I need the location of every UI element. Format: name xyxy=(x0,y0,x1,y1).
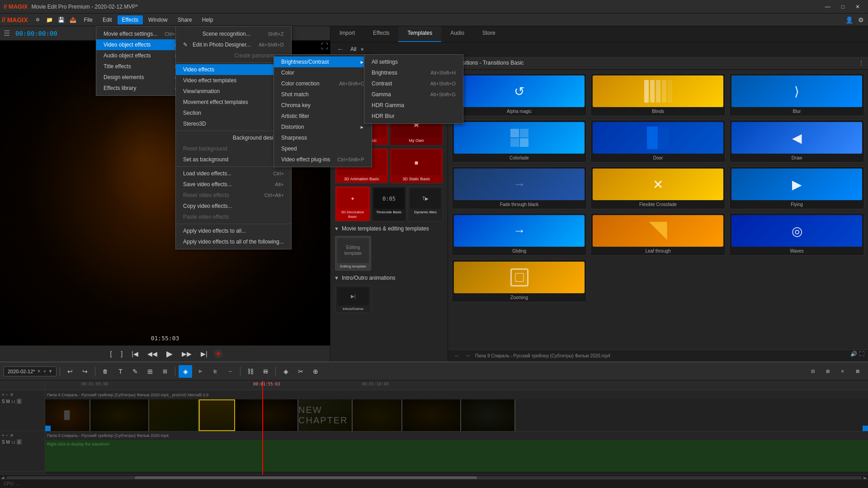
ve-artistic-filter[interactable]: Artistic filter xyxy=(274,111,372,122)
hamburger-icon[interactable]: ☰ xyxy=(4,29,10,38)
clip-9[interactable] xyxy=(461,399,515,431)
edit-btn[interactable]: ✎ xyxy=(128,365,142,378)
ve-shot-match[interactable]: Shot match xyxy=(274,89,372,100)
maximize-button[interactable]: □ xyxy=(837,3,849,11)
track1-clips[interactable]: ▉ NEW CHAPTER xyxy=(45,399,868,431)
mark-in-btn[interactable]: [ xyxy=(107,348,114,359)
grid-item-flexible-crossfade[interactable]: ✕ Flexible Crossfade xyxy=(590,166,726,209)
grid-settings-icon[interactable]: ⋮ xyxy=(858,59,864,66)
toolbar-icon-account[interactable]: ⚙ xyxy=(855,14,866,25)
project-tab-dropdown[interactable]: ▼ xyxy=(48,369,53,374)
ve-sharpness[interactable]: Sharpness xyxy=(274,132,372,143)
menu-window[interactable]: Window xyxy=(144,15,172,24)
grid-item-gliding[interactable]: → Gliding xyxy=(452,213,587,256)
record-btn[interactable]: ⏺ xyxy=(214,349,223,358)
close-button[interactable]: ✕ xyxy=(851,3,864,11)
cat-3d-static-basic[interactable]: ■ 3D Static Basic xyxy=(390,148,443,184)
preview-expand-btn[interactable]: ⛶ xyxy=(321,42,328,51)
grid-btn[interactable]: ⊞ xyxy=(143,365,157,378)
ve-color-correction[interactable]: Color correction Alt+Shift+C xyxy=(274,78,372,89)
track-view-3-btn[interactable]: ≡ xyxy=(836,365,849,378)
section-intro-outro-header[interactable]: ▼ Intro/Outro animations xyxy=(332,272,446,284)
effects-menu-title[interactable]: Title effects ► xyxy=(96,61,186,72)
voe-copy-video-effects[interactable]: Copy video effects... xyxy=(176,201,291,211)
grid-item-blinds[interactable]: Blinds xyxy=(590,73,726,116)
menu-share[interactable]: Share xyxy=(173,15,197,24)
br-hdr-gamma[interactable]: HDR Gamma xyxy=(364,100,463,111)
insert-btn[interactable]: ⊕ xyxy=(309,365,322,378)
tab-store[interactable]: Store xyxy=(473,26,505,42)
br-all-settings[interactable]: All settings xyxy=(364,56,463,67)
nav-back-bottom[interactable]: ← xyxy=(452,352,462,360)
link-btn[interactable]: ⛓ xyxy=(244,365,257,378)
voe-apply-all-following[interactable]: Apply video effects to all of the follow… xyxy=(176,236,291,247)
menu-effects[interactable]: Effects xyxy=(118,15,143,24)
grid-item-fade-through-black[interactable]: → Fade through black xyxy=(452,166,587,209)
grid-item-zooming[interactable]: Zooming xyxy=(452,259,587,302)
delete-btn[interactable]: 🗑 xyxy=(99,365,112,378)
track-view-2-btn[interactable]: ⊞ xyxy=(821,365,835,378)
ve-speed[interactable]: Speed xyxy=(274,143,372,154)
toolbar-icon-user[interactable]: 👤 xyxy=(844,14,854,25)
effects-menu-movie-settings[interactable]: Movie effect settings... Ctrl+H xyxy=(96,28,186,39)
toolbar-icon-export[interactable]: 📤 xyxy=(68,14,79,25)
grid-item-blur[interactable]: ⟩ Blur xyxy=(729,73,864,116)
clip-1[interactable]: ▉ xyxy=(45,399,90,431)
prev-frame-btn[interactable]: ◀◀ xyxy=(145,348,160,359)
ve-effect-plugins[interactable]: Video effect plug-ins Ctrl+Shift+P xyxy=(274,154,372,165)
goto-end-btn[interactable]: ▶| xyxy=(198,348,210,359)
clip-2[interactable] xyxy=(90,399,149,431)
effects-menu-audio-object[interactable]: Audio object effects ► xyxy=(96,50,186,61)
voe-apply-all[interactable]: Apply video effects to all... xyxy=(176,225,291,236)
minimize-button[interactable]: — xyxy=(821,3,835,11)
nav-back-btn[interactable]: ← xyxy=(334,44,347,54)
ve-chroma-key[interactable]: Chroma key xyxy=(274,100,372,111)
select-mode-btn[interactable]: ◈ xyxy=(179,365,192,378)
menu-file[interactable]: File xyxy=(80,15,97,24)
effects-menu-design[interactable]: Design elements ► xyxy=(96,72,186,83)
filter-dropdown-arrow[interactable]: ▼ xyxy=(360,47,364,52)
br-gamma[interactable]: Gamma Alt+Shift+G xyxy=(364,89,463,100)
project-tab-close[interactable]: ✕ xyxy=(37,369,41,374)
cat-3d-decorative-basic[interactable]: ✦ 3D Decorative Basic xyxy=(335,186,370,221)
grid-item-leaf-through[interactable]: Leaf through xyxy=(590,213,726,256)
track1-minus-btn[interactable]: − xyxy=(6,392,9,397)
play-btn[interactable]: ▶ xyxy=(164,347,175,361)
grid-item-draw[interactable]: ◀ Draw xyxy=(729,120,864,163)
track-view-1-btn[interactable]: ⊟ xyxy=(806,365,820,378)
fullscreen-icon[interactable]: ⛶ xyxy=(859,351,864,357)
text-btn[interactable]: T xyxy=(113,365,127,378)
voe-load-video-effects[interactable]: Load video effects... Ctrl+ xyxy=(176,168,291,179)
cat-timecode-basic[interactable]: 0:05 Timecode Basic xyxy=(372,186,407,221)
goto-start-btn[interactable]: |◀ xyxy=(129,348,141,359)
grid-item-colorlade[interactable]: Colorlade xyxy=(452,120,587,163)
effects-menu-video-object[interactable]: Video object effects ► xyxy=(96,39,186,50)
menu-edit[interactable]: Edit xyxy=(98,15,117,24)
clip-5[interactable] xyxy=(235,399,298,431)
snap-btn[interactable]: ◈ xyxy=(279,365,292,378)
track2-expand-btn[interactable]: + xyxy=(2,433,5,438)
track1-close-btn[interactable]: ✕ xyxy=(10,392,14,397)
track2-close-btn[interactable]: ✕ xyxy=(10,433,14,438)
tab-effects[interactable]: Effects xyxy=(364,26,398,42)
voe-save-video-effects[interactable]: Save video effects... Alt+ xyxy=(176,179,291,190)
toolbar-icon-open[interactable]: 📁 xyxy=(44,14,55,25)
nav-forward-bottom[interactable]: → xyxy=(462,352,473,360)
cat-intros-outros[interactable]: ▶| Intros/Outros xyxy=(335,285,371,313)
redo-btn[interactable]: ↪ xyxy=(78,365,92,378)
undo-btn[interactable]: ↩ xyxy=(63,365,77,378)
ripple-mode-btn[interactable]: ⊵ xyxy=(208,365,222,378)
next-frame-btn[interactable]: ▶▶ xyxy=(179,348,194,359)
clip-6[interactable]: NEW CHAPTER xyxy=(298,399,353,431)
cut-btn[interactable]: ✂ xyxy=(294,365,307,378)
tab-templates[interactable]: Templates xyxy=(398,26,441,42)
unlink-btn[interactable]: ⛓ xyxy=(259,365,272,378)
ve-color[interactable]: Color xyxy=(274,67,372,78)
cat-dynamic-titles[interactable]: T▶ Dynamic titles xyxy=(408,186,443,221)
track2-clips[interactable]: Right click to display the waveform xyxy=(45,440,868,472)
ve-brightness-contrast[interactable]: Brightness/Contrast ► xyxy=(274,56,372,67)
trim-mode-btn[interactable]: ⊳ xyxy=(193,365,207,378)
menu-help[interactable]: Help xyxy=(198,15,218,24)
project-tab-add[interactable]: + xyxy=(43,368,47,375)
section-movie-templates-header[interactable]: ▼ Movie templates & editing templates xyxy=(332,223,446,235)
